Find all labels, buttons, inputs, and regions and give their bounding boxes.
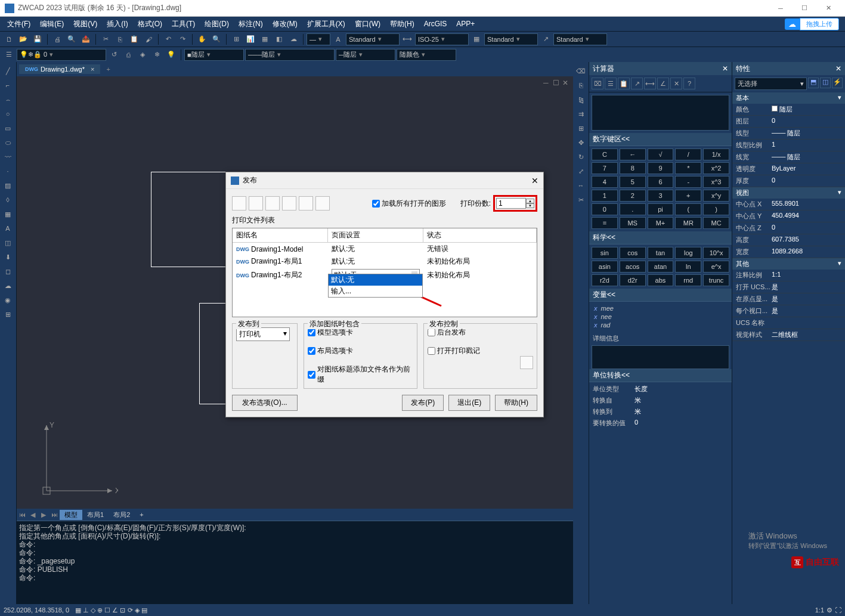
- calc-key-4[interactable]: 4: [592, 176, 618, 188]
- prop-cy-value[interactable]: 450.4994: [772, 212, 841, 221]
- donut-icon[interactable]: ◉: [1, 293, 14, 307]
- calc-key-ms[interactable]: MS: [620, 217, 646, 229]
- calc-key-5[interactable]: 5: [620, 176, 646, 188]
- stamp-checkbox[interactable]: 打开打印戳记: [428, 346, 533, 356]
- layer-prev-icon[interactable]: ↺: [107, 48, 120, 61]
- calc-key-9[interactable]: 9: [648, 162, 674, 174]
- col-name-header[interactable]: 图纸名: [233, 228, 328, 242]
- calc-d2r[interactable]: d2r: [620, 274, 646, 286]
- calc-hist-icon[interactable]: ☰: [605, 78, 617, 89]
- block-icon2[interactable]: ◫: [1, 236, 14, 249]
- calc-key-rparen[interactable]: ): [703, 203, 729, 215]
- text-height-dd[interactable]: —▾: [307, 33, 330, 45]
- prop-ltype-value[interactable]: ─── 随层: [772, 129, 841, 138]
- prop-ucsn-value[interactable]: [772, 318, 841, 327]
- calc-key-lparen[interactable]: (: [675, 203, 701, 215]
- move-icon[interactable]: ✥: [574, 136, 587, 149]
- calc-intersect-icon[interactable]: ✕: [670, 78, 682, 89]
- stamp-settings-icon[interactable]: [520, 356, 533, 369]
- calc-key-cube[interactable]: x^3: [703, 176, 729, 188]
- publish-icon[interactable]: 📤: [79, 33, 92, 46]
- calc-get-icon[interactable]: ↗: [631, 78, 643, 89]
- calc-key-mul[interactable]: *: [675, 162, 701, 174]
- calc-cos[interactable]: cos: [620, 247, 646, 259]
- prop-vs-value[interactable]: 二维线框: [772, 330, 841, 339]
- add-sheet-icon[interactable]: [232, 196, 246, 211]
- prop-lweight-value[interactable]: ─── 随层: [772, 153, 841, 162]
- table-row[interactable]: DWGDrawing1-Model 默认:无 无错误: [233, 243, 537, 255]
- tbl-style-dd[interactable]: Standard▾: [484, 33, 538, 45]
- calc-display[interactable]: [592, 95, 729, 131]
- publish-button[interactable]: 发布(P): [402, 395, 444, 411]
- calc-abs[interactable]: abs: [648, 274, 674, 286]
- save-list-icon[interactable]: [315, 196, 330, 211]
- prop-thick-value[interactable]: 0: [772, 177, 841, 185]
- erase-icon[interactable]: ⌫: [574, 64, 587, 78]
- settings-icon[interactable]: ⚙: [827, 606, 832, 614]
- mleader-style-dd[interactable]: Standard▾: [553, 33, 607, 45]
- calc-log[interactable]: log: [675, 247, 701, 259]
- linetype-dd[interactable]: ─── 随层▾: [245, 49, 335, 61]
- layout1-tab[interactable]: 布局1: [82, 510, 109, 520]
- plotstyle-dd[interactable]: 随颜色▾: [397, 49, 456, 61]
- tab-last-icon[interactable]: ⏭: [49, 511, 60, 518]
- paste-icon[interactable]: 📋: [128, 33, 141, 46]
- scale-icon[interactable]: ⤢: [574, 165, 587, 178]
- calc-rnd[interactable]: rnd: [675, 274, 701, 286]
- load-list-icon[interactable]: [299, 196, 313, 211]
- dim-style-icon[interactable]: ⟷: [401, 33, 414, 46]
- layer-mgr-icon[interactable]: ☰: [2, 48, 16, 61]
- calc-tan[interactable]: tan: [648, 247, 674, 259]
- layer-off-icon[interactable]: 💡: [165, 48, 178, 61]
- calc-paste-icon[interactable]: 📋: [618, 78, 630, 89]
- menu-edit[interactable]: 编辑(E): [35, 17, 69, 31]
- ellipse-icon[interactable]: ⬭: [1, 136, 14, 149]
- calc-key-3[interactable]: 3: [648, 190, 674, 202]
- text-style-icon[interactable]: A: [332, 33, 345, 46]
- polyline-icon[interactable]: ⌐: [1, 79, 14, 92]
- prop-cx-value[interactable]: 555.8901: [772, 200, 841, 209]
- calc-key-sub[interactable]: -: [675, 176, 701, 188]
- open-icon[interactable]: 📂: [17, 33, 30, 46]
- prop-group-view[interactable]: 视图▾: [732, 187, 845, 199]
- layer-iso-icon[interactable]: ◈: [136, 48, 149, 61]
- menu-arcgis[interactable]: ArcGIS: [419, 17, 452, 31]
- menu-tools[interactable]: 工具(T): [167, 17, 200, 31]
- calc-key-eq[interactable]: =: [592, 217, 618, 229]
- prop-group-other[interactable]: 其他▾: [732, 258, 845, 270]
- calc-angle-icon[interactable]: ∠: [657, 78, 669, 89]
- dialog-titlebar[interactable]: 发布 ✕: [226, 172, 543, 189]
- calc-asin[interactable]: asin: [592, 261, 618, 273]
- prop-cz-value[interactable]: 0: [772, 224, 841, 233]
- annotation-scale[interactable]: 1:1: [815, 606, 824, 614]
- calc-help-icon[interactable]: ?: [683, 78, 695, 89]
- col-page-header[interactable]: 页面设置: [328, 228, 423, 242]
- array-icon[interactable]: ⊞: [574, 122, 587, 135]
- dialog-close-icon[interactable]: ✕: [531, 176, 538, 185]
- circle-icon[interactable]: ○: [1, 107, 14, 120]
- calc-10x[interactable]: 10^x: [703, 247, 729, 259]
- unit-section[interactable]: 单位转换<<: [589, 369, 732, 382]
- maximize-button[interactable]: ☐: [793, 0, 816, 17]
- menu-file[interactable]: 文件(F): [2, 17, 35, 31]
- spin-down-icon[interactable]: ▼: [526, 203, 534, 208]
- menu-view[interactable]: 视图(V): [69, 17, 102, 31]
- undo-icon[interactable]: ↶: [162, 33, 175, 46]
- quick-calc-icon[interactable]: ⚡: [832, 78, 843, 88]
- menu-draw[interactable]: 绘图(D): [200, 17, 234, 31]
- unit-val-value[interactable]: 0: [634, 419, 638, 428]
- calc-trunc[interactable]: trunc: [703, 274, 729, 286]
- calc-clear-icon[interactable]: ⌧: [592, 78, 603, 89]
- redo-icon[interactable]: ↷: [176, 33, 189, 46]
- load-all-checkbox[interactable]: 加载所有打开的图形: [372, 199, 446, 209]
- help-button[interactable]: 帮助(H): [495, 395, 537, 411]
- grid-pattern-icon[interactable]: ⊞: [1, 308, 14, 321]
- match-icon[interactable]: 🖌: [142, 33, 155, 46]
- mleader-style-icon[interactable]: ↗: [539, 33, 552, 46]
- calc-key-0[interactable]: 0: [592, 203, 618, 215]
- calc-sin[interactable]: sin: [592, 247, 618, 259]
- insert-icon[interactable]: ⬇: [1, 250, 14, 264]
- layer-dd[interactable]: 💡❄🔒 0▾: [17, 49, 106, 61]
- unit-from-value[interactable]: 米: [634, 396, 641, 405]
- publish-options-button[interactable]: 发布选项(O)...: [232, 395, 298, 411]
